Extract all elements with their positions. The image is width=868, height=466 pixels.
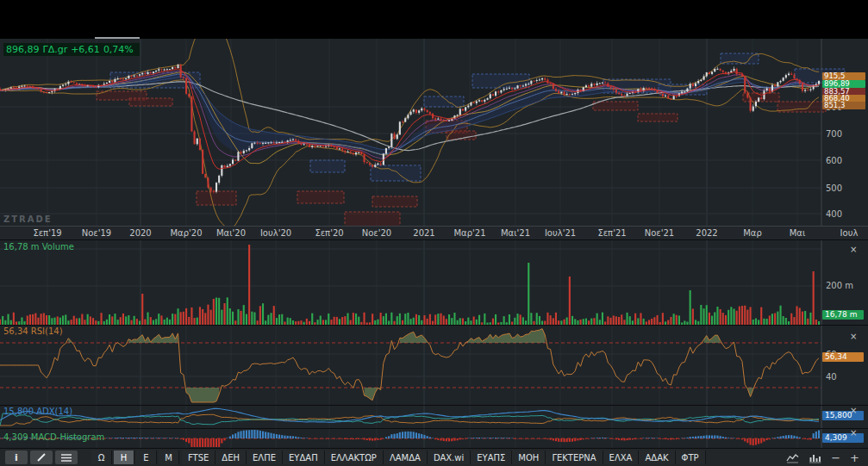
date-tick: Μαρ'20 xyxy=(170,228,202,238)
svg-text:200 m: 200 m xyxy=(826,281,853,290)
date-tick: Μαρ'21 xyxy=(453,228,485,238)
symbol-button-ΕΥΑΠΣ[interactable]: ΕΥΑΠΣ xyxy=(471,450,512,464)
volume-close-icon[interactable]: × xyxy=(850,245,857,254)
zoom-out-button[interactable]: − xyxy=(827,450,844,464)
svg-text:40: 40 xyxy=(826,372,837,382)
symbol-button-ΕΛΧΑ[interactable]: ΕΛΧΑ xyxy=(603,450,640,464)
symbol-group: FTSEΔΕΗΕΛΠΕΕΥΔΑΠΕΛΛΑΚΤΩΡΛΑΜΔΑDAX.wiΕΥΑΠΣ… xyxy=(182,450,706,464)
date-tick: Σεπ'21 xyxy=(597,228,626,238)
date-tick: 2022 xyxy=(696,228,717,238)
top-black-strip xyxy=(0,0,868,39)
interval-button-Ω[interactable]: Ω xyxy=(91,450,112,464)
line-chart-icon[interactable] xyxy=(783,450,802,464)
rsi-label: 56,34 RSI(14) xyxy=(3,326,63,336)
interval-button-Μ[interactable]: Μ xyxy=(159,450,179,464)
rsi-canvas: 6040 xyxy=(0,326,868,405)
date-tick: Σεπ'19 xyxy=(33,228,61,238)
symbol-button-ΜΟΗ[interactable]: ΜΟΗ xyxy=(512,450,546,464)
date-tick: Νοε'20 xyxy=(362,228,391,238)
bar-chart-icon[interactable] xyxy=(805,450,825,464)
quote-change: +6,61 xyxy=(71,44,100,55)
trading-app-window: 800700600500400 896,89ΓΔ.gr+6,610,74% ZT… xyxy=(0,0,868,466)
price-chart-canvas[interactable]: 800700600500400 xyxy=(0,39,868,226)
volume-panel[interactable]: 200 m 16,78 m Volume 16,78 m × xyxy=(0,239,868,325)
symbol-button-ΕΥΔΑΠ[interactable]: ΕΥΔΑΠ xyxy=(283,450,325,464)
date-tick: Ιουλ'21 xyxy=(545,228,576,238)
volume-value-badge: 16,78 m xyxy=(822,310,864,320)
date-tick: Μαι'21 xyxy=(501,228,530,238)
main-price-chart-panel[interactable]: 800700600500400 896,89ΓΔ.gr+6,610,74% ZT… xyxy=(0,39,868,226)
date-tick: 2020 xyxy=(129,228,151,238)
quote-label: 896,89ΓΔ.gr+6,610,74% xyxy=(3,43,140,56)
draw-icon[interactable] xyxy=(30,450,53,464)
quote-last: 896,89 xyxy=(6,44,40,55)
adx-canvas xyxy=(0,406,868,428)
svg-text:400: 400 xyxy=(826,209,842,219)
symbol-button-ΦΤΡ[interactable]: ΦΤΡ xyxy=(676,450,706,464)
interval-group: ΩΗΕΜ xyxy=(91,450,179,464)
price-badge: 896,89 xyxy=(822,80,865,88)
symbol-button-ΔΕΗ[interactable]: ΔΕΗ xyxy=(215,450,247,464)
volume-label: 16,78 m Volume xyxy=(3,242,74,252)
adx-value-badge: 15,800 xyxy=(822,411,864,420)
list-glyph xyxy=(60,452,72,463)
rsi-value-badge: 56,34 xyxy=(822,352,864,362)
macd-panel[interactable]: 4,309 MACD-Histogram 4,309 × xyxy=(0,428,868,448)
symbol-button-FTSE[interactable]: FTSE xyxy=(182,450,215,464)
indicator-list-icon[interactable] xyxy=(55,450,78,464)
date-tick: 2021 xyxy=(413,228,434,238)
platform-watermark: ZTRADE xyxy=(3,214,53,224)
adx-label: 15,800 ADX(14) xyxy=(3,407,72,416)
svg-text:700: 700 xyxy=(826,129,842,139)
zoom-in-button[interactable]: + xyxy=(846,450,863,464)
bar-chart-glyph xyxy=(809,452,821,463)
price-badge: 851,3 xyxy=(822,102,865,109)
macd-canvas xyxy=(0,429,868,448)
date-tick: Ιουλ xyxy=(840,228,859,238)
date-tick: Μαι xyxy=(790,228,806,238)
date-tick: Μαρ xyxy=(743,228,762,238)
symbol-button-ΛΑΜΔΑ[interactable]: ΛΑΜΔΑ xyxy=(384,450,428,464)
pencil-glyph xyxy=(36,452,47,463)
symbol-button-ΕΛΠΕ[interactable]: ΕΛΠΕ xyxy=(247,450,283,464)
line-chart-glyph xyxy=(786,452,799,463)
date-tick: Νοε'21 xyxy=(645,228,674,238)
macd-value-badge: 4,309 xyxy=(822,433,864,443)
volume-canvas: 200 m xyxy=(0,240,868,325)
date-axis[interactable]: Σεπ'19Νοε'192020Μαρ'20Μαι'20Ιουλ'20Σεπ'2… xyxy=(0,226,868,239)
svg-text:500: 500 xyxy=(826,183,842,193)
svg-text:600: 600 xyxy=(826,156,842,165)
bottom-toolbar: i ΩΗΕΜ FTSEΔΕΗΕΛΠΕΕΥΔΑΠΕΛΛΑΚΤΩΡΛΑΜΔΑDAX.… xyxy=(0,448,868,466)
rsi-close-icon[interactable]: × xyxy=(850,332,857,341)
date-tick: Ιουλ'20 xyxy=(260,228,291,238)
info-icon[interactable]: i xyxy=(5,450,28,464)
date-tick: Σεπ'20 xyxy=(315,228,343,238)
interval-button-Ε[interactable]: Ε xyxy=(136,450,157,464)
quote-change-pct: 0,74% xyxy=(103,44,134,55)
adx-panel[interactable]: 15,800 ADX(14) 15,800 × xyxy=(0,405,868,428)
symbol-button-DAX.wi[interactable]: DAX.wi xyxy=(428,450,471,464)
macd-label: 4,309 MACD-Histogram xyxy=(3,432,104,442)
date-tick: Νοε'19 xyxy=(82,228,111,238)
quote-symbol: ΓΔ.gr xyxy=(43,44,68,55)
adx-close-icon[interactable]: × xyxy=(850,407,857,415)
macd-close-icon[interactable]: × xyxy=(850,429,857,438)
symbol-button-ΑΔΑΚ[interactable]: ΑΔΑΚ xyxy=(639,450,675,464)
rsi-panel[interactable]: 6040 56,34 RSI(14) 56,34 × xyxy=(0,325,868,405)
date-tick: Μαι'20 xyxy=(216,228,246,238)
symbol-button-ΓΕΚΤΕΡΝΑ[interactable]: ΓΕΚΤΕΡΝΑ xyxy=(546,450,603,464)
symbol-button-ΕΛΛΑΚΤΩΡ[interactable]: ΕΛΛΑΚΤΩΡ xyxy=(325,450,384,464)
interval-button-Η[interactable]: Η xyxy=(114,450,134,464)
